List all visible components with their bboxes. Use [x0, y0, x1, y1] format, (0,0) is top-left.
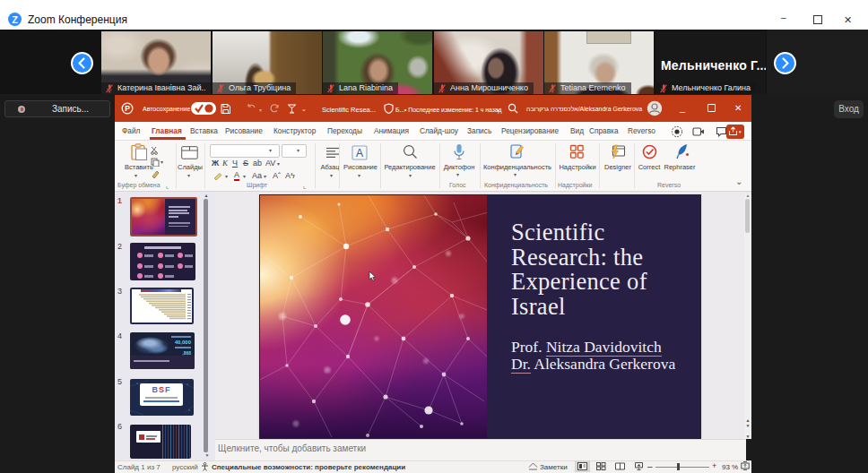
- svg-text:A: A: [356, 147, 363, 159]
- svg-text:P: P: [125, 104, 130, 113]
